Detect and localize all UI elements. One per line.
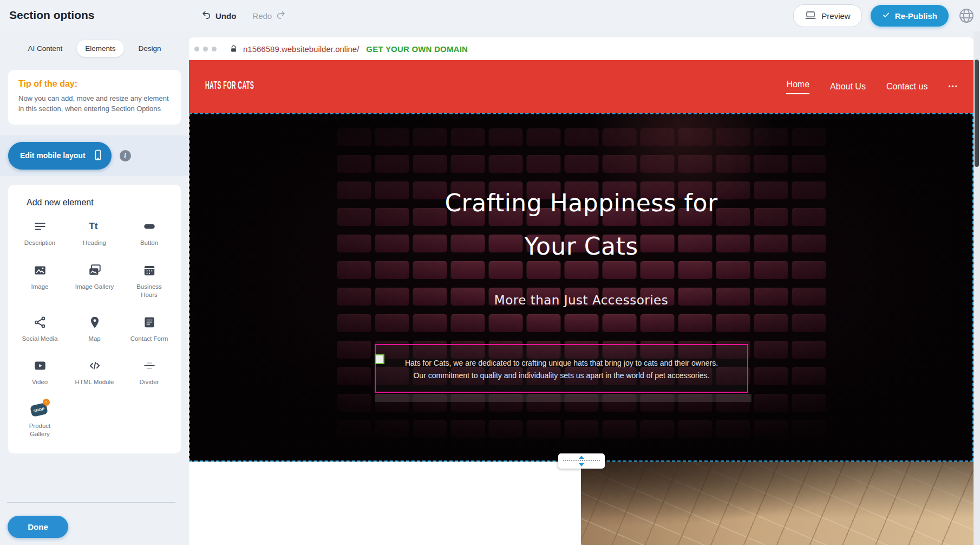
undo-button[interactable]: Undo bbox=[201, 10, 236, 22]
tab-ai-content[interactable]: AI Content bbox=[19, 40, 70, 57]
selected-text-element[interactable]: Hats for Cats, we are dedicated to craft… bbox=[375, 344, 748, 393]
globe-icon[interactable] bbox=[957, 7, 976, 25]
hero-section-selected[interactable]: Crafting Happiness for Your Cats More th… bbox=[189, 113, 974, 462]
paragraph-line: Hats for Cats, we are dedicated to craft… bbox=[376, 357, 747, 369]
add-element-contact-form[interactable]: Contact Form bbox=[122, 314, 177, 343]
nav-about-us[interactable]: About Us bbox=[830, 82, 866, 92]
hero-subheading[interactable]: More than Just Accessories bbox=[190, 293, 972, 307]
redo-label: Redo bbox=[252, 11, 272, 21]
hero-tile bbox=[375, 314, 409, 332]
nav-contact-us[interactable]: Contact us bbox=[886, 82, 927, 92]
tip-body: Now you can add, move and resize any ele… bbox=[18, 94, 171, 114]
redo-button[interactable]: Redo bbox=[252, 10, 286, 22]
add-element-button[interactable]: Button bbox=[122, 218, 177, 247]
site-url[interactable]: n1566589.websitebuilder.online/ bbox=[243, 44, 359, 54]
hero-tile bbox=[754, 420, 788, 438]
element-label: HTML Module bbox=[75, 378, 114, 386]
svg-text:Tt: Tt bbox=[89, 220, 98, 231]
hero-heading-line2: Your Cats bbox=[190, 225, 972, 268]
hero-tile bbox=[602, 155, 636, 173]
scrollbar-thumb[interactable] bbox=[975, 60, 979, 167]
republish-label: Re-Publish bbox=[895, 11, 937, 21]
sidebar-tabs: AI ContentElementsDesign bbox=[0, 40, 189, 57]
map-icon bbox=[88, 314, 102, 330]
hero-tile bbox=[716, 420, 750, 438]
sidebar-divider bbox=[7, 502, 175, 503]
hero-tile bbox=[413, 314, 447, 332]
hero-tile bbox=[450, 420, 485, 438]
window-controls bbox=[194, 47, 217, 51]
heading-icon: Tt bbox=[88, 218, 102, 235]
add-element-html-module[interactable]: HTML Module bbox=[67, 358, 122, 386]
hero-tile bbox=[526, 155, 560, 173]
site-header[interactable]: HATS FOR CATS HomeAbout UsContact us••• bbox=[189, 60, 974, 113]
html-module-icon bbox=[88, 358, 102, 374]
text-element-spacing bbox=[375, 394, 752, 402]
hero-tile bbox=[564, 420, 598, 438]
hero-tile bbox=[413, 128, 447, 146]
divider-icon bbox=[142, 358, 156, 374]
window-dot bbox=[203, 47, 208, 51]
hero-tile bbox=[337, 367, 371, 385]
add-element-video[interactable]: Video bbox=[12, 358, 67, 386]
element-label: Map bbox=[88, 335, 100, 343]
element-label: Heading bbox=[83, 239, 106, 247]
element-label: Contact Form bbox=[130, 335, 168, 343]
get-domain-link[interactable]: GET YOUR OWN DOMAIN bbox=[366, 44, 468, 54]
hero-tile bbox=[640, 314, 674, 332]
hero-tile bbox=[375, 420, 409, 438]
add-element-description[interactable]: Description bbox=[12, 218, 67, 247]
tab-design[interactable]: Design bbox=[130, 40, 169, 57]
hero-tile bbox=[337, 394, 371, 412]
resize-dotted-line bbox=[563, 460, 600, 461]
add-element-social-media[interactable]: Social Media bbox=[12, 314, 67, 343]
hero-heading[interactable]: Crafting Happiness for Your Cats bbox=[190, 181, 972, 268]
scrollbar-track[interactable] bbox=[974, 31, 980, 545]
edit-mobile-layout-button[interactable]: Edit mobile layout bbox=[8, 142, 112, 170]
button-icon bbox=[142, 218, 156, 235]
add-element-business-hours[interactable]: Business Hours bbox=[122, 262, 177, 299]
hero-tile bbox=[488, 128, 522, 146]
done-button[interactable]: Done bbox=[8, 516, 68, 538]
hero-tile bbox=[754, 394, 788, 412]
next-section-photo[interactable] bbox=[581, 462, 974, 545]
element-label: Divider bbox=[140, 378, 159, 386]
add-element-product-gallery[interactable]: SHOP↑Product Gallery bbox=[12, 401, 67, 438]
hero-tile bbox=[450, 128, 485, 146]
republish-button[interactable]: Re-Publish bbox=[871, 5, 949, 27]
hero-tile bbox=[337, 341, 371, 359]
hero-tile bbox=[754, 367, 788, 385]
add-element-heading[interactable]: TtHeading bbox=[67, 218, 122, 247]
preview-button[interactable]: Preview bbox=[793, 4, 861, 27]
history-controls: Undo Redo bbox=[201, 0, 286, 31]
hero-tile bbox=[792, 394, 826, 412]
site-logo[interactable]: HATS FOR CATS bbox=[205, 79, 254, 92]
add-element-image[interactable]: Image bbox=[12, 262, 67, 299]
tab-elements[interactable]: Elements bbox=[77, 40, 123, 57]
section-resize-handle[interactable] bbox=[558, 453, 605, 469]
element-label: Business Hours bbox=[129, 283, 170, 299]
nav-home[interactable]: Home bbox=[786, 80, 809, 94]
hero-tile bbox=[602, 420, 636, 438]
laptop-icon bbox=[805, 9, 816, 23]
image-icon bbox=[33, 262, 47, 278]
hero-tile bbox=[526, 128, 560, 146]
hero-tile bbox=[526, 314, 560, 332]
hero-tile bbox=[413, 420, 447, 438]
add-element-image-gallery[interactable]: Image Gallery bbox=[67, 262, 122, 299]
add-element-divider[interactable]: Divider bbox=[122, 358, 177, 386]
hero-tile bbox=[488, 420, 522, 438]
tip-of-the-day-card: Tip of the day: Now you can add, move an… bbox=[8, 70, 181, 125]
nav-more-button[interactable]: ••• bbox=[948, 83, 958, 90]
hero-tile bbox=[602, 128, 636, 146]
hero-tile bbox=[602, 314, 636, 332]
hero-tile bbox=[678, 155, 712, 173]
hero-tile bbox=[640, 155, 674, 173]
hero-tile bbox=[792, 314, 826, 332]
undo-label: Undo bbox=[215, 11, 236, 21]
add-element-map[interactable]: Map bbox=[67, 314, 122, 343]
element-label: Social Media bbox=[22, 335, 58, 343]
info-icon[interactable]: i bbox=[120, 150, 131, 161]
contact-form-icon bbox=[142, 314, 156, 330]
hero-tile bbox=[337, 314, 371, 332]
